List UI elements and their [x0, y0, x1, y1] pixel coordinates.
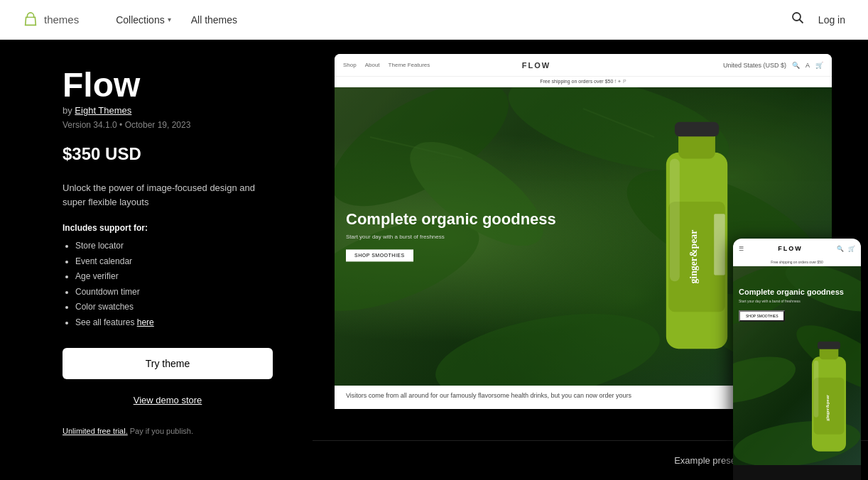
all-themes-nav[interactable]: All themes — [183, 10, 246, 30]
preview-brand: FLOW — [522, 61, 550, 70]
svg-text:ginger&pear: ginger&pear — [688, 230, 699, 284]
theme-price: $350 USD — [63, 144, 273, 164]
preview-cart-icon: 🛒 — [815, 62, 823, 69]
mobile-hero-content: Complete organic goodness Start your day… — [739, 288, 844, 322]
list-item: See all features here — [75, 315, 273, 331]
preview-hero-content: Complete organic goodness Start your day… — [346, 211, 556, 261]
login-button[interactable]: Log in — [818, 14, 845, 26]
mobile-search-icon: 🔍 — [837, 246, 844, 252]
theme-version: Version 34.1.0 • October 19, 2023 — [63, 120, 273, 130]
theme-description: Unlock the power of image-focused design… — [63, 181, 273, 209]
preview-nav-links: Shop About Theme Features — [343, 62, 430, 68]
mobile-cart-icon: 🛒 — [848, 246, 855, 252]
mobile-announcement: Free shipping on orders over $50 — [733, 258, 861, 266]
features-list: Store locator Event calendar Age verifie… — [63, 239, 273, 331]
mobile-preview: ☰ FLOW 🔍 🛒 Free shipping on orders over … — [733, 239, 861, 480]
mobile-navbar: ☰ FLOW 🔍 🛒 — [733, 239, 861, 258]
theme-author: by Eight Themes — [63, 105, 273, 116]
svg-text:ginger&pear: ginger&pear — [825, 395, 830, 421]
preview-nav-shop: Shop — [343, 62, 357, 68]
search-icon — [791, 11, 804, 24]
preview-search-icon: 🔍 — [792, 62, 800, 69]
preview-navbar: Shop About Theme Features FLOW United St… — [335, 54, 832, 77]
search-button[interactable] — [788, 9, 807, 31]
brand-text: themes — [44, 13, 79, 26]
svg-point-20 — [733, 348, 801, 412]
mobile-brand: FLOW — [778, 245, 803, 252]
svg-point-0 — [793, 13, 801, 21]
list-item: Store locator — [75, 239, 273, 254]
shopify-bag-icon — [23, 12, 38, 28]
svg-rect-17 — [714, 214, 725, 275]
brand-logo[interactable]: themes — [23, 12, 79, 28]
nav-links: Collections ▾ All themes — [107, 10, 246, 30]
author-link[interactable]: Eight Themes — [75, 105, 131, 116]
preview-hero-subtitle: Start your day with a burst of freshness — [346, 234, 556, 241]
mobile-bottle-svg: ginger&pear — [801, 337, 857, 465]
mobile-hero-button: SHOP SMOOTHIES — [739, 310, 785, 322]
theme-title: Flow — [63, 68, 273, 102]
features-label: Includes support for: — [63, 223, 273, 233]
svg-rect-16 — [670, 158, 680, 281]
chevron-down-icon: ▾ — [168, 16, 171, 23]
collections-nav[interactable]: Collections ▾ — [107, 10, 179, 30]
right-panel: Shop About Theme Features FLOW United St… — [313, 40, 868, 480]
view-demo-button[interactable]: View demo store — [63, 388, 273, 413]
mobile-hero-subtitle: Start your day with a burst of freshness — [739, 299, 844, 303]
list-item: Countdown timer — [75, 285, 273, 300]
svg-line-1 — [799, 20, 803, 23]
free-trial-link[interactable]: Unlimited free trial. — [63, 427, 128, 435]
try-theme-button[interactable]: Try theme — [63, 348, 273, 379]
svg-rect-25 — [818, 342, 840, 349]
list-item: Event calendar — [75, 254, 273, 270]
preview-container: Shop About Theme Features FLOW United St… — [313, 40, 868, 480]
list-item: Color swatches — [75, 300, 273, 315]
features-link[interactable]: here — [137, 317, 154, 327]
mobile-menu-icon: ☰ — [739, 246, 744, 252]
svg-rect-28 — [814, 361, 819, 418]
free-trial-text: Unlimited free trial. Pay if you publish… — [63, 427, 273, 435]
navbar: themes Collections ▾ All themes Log in — [0, 0, 868, 40]
preview-hero-button: SHOP SMOOTHIES — [346, 250, 413, 262]
svg-rect-13 — [675, 122, 719, 137]
preview-account-icon: A — [805, 62, 810, 69]
navbar-right: Log in — [788, 9, 845, 31]
mobile-hero-title: Complete organic goodness — [739, 288, 844, 296]
left-panel: Flow by Eight Themes Version 34.1.0 • Oc… — [0, 40, 313, 480]
preview-nav-features: Theme Features — [389, 62, 430, 68]
preview-hero-title: Complete organic goodness — [346, 211, 556, 228]
preview-nav-right: United States (USD $) 🔍 A 🛒 — [723, 62, 823, 69]
preview-announcement: Free shipping on orders over $50 f ✦ P — [335, 77, 832, 87]
list-item: Age verifier — [75, 269, 273, 285]
mobile-icons: 🔍 🛒 — [837, 246, 855, 252]
preview-social-icons: f ✦ P — [614, 79, 626, 84]
main-content: Flow by Eight Themes Version 34.1.0 • Oc… — [0, 40, 868, 480]
preview-nav-about: About — [365, 62, 380, 68]
mobile-hero: Complete organic goodness Start your day… — [733, 266, 861, 465]
